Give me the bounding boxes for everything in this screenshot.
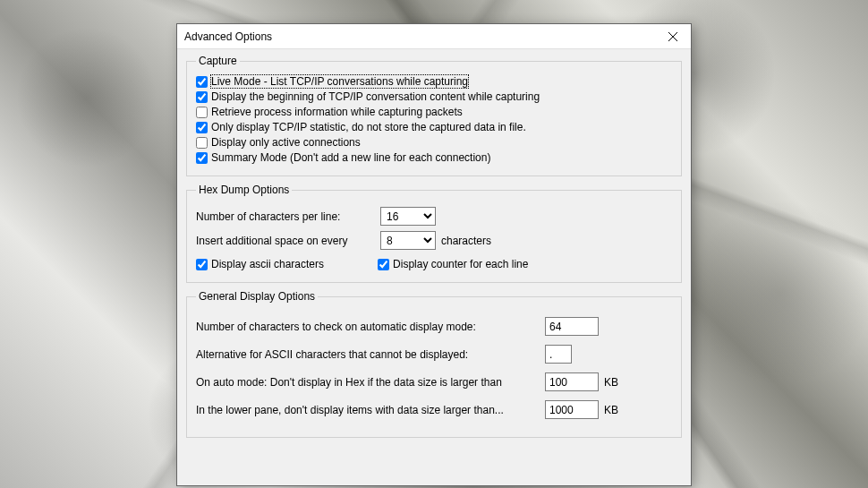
capture-group: Capture Live Mode - List TCP/IP conversa… xyxy=(186,55,682,176)
lower-pane-input[interactable] xyxy=(545,400,599,419)
lower-pane-unit: KB xyxy=(604,404,618,416)
display-counter-label[interactable]: Display counter for each line xyxy=(393,258,528,270)
capture-label-3[interactable]: Only display TCP/IP statistic, do not st… xyxy=(211,121,526,133)
capture-checkbox-4[interactable] xyxy=(196,137,208,149)
capture-label-1[interactable]: Display the beginning of TCP/IP conversa… xyxy=(211,90,540,103)
capture-label-2[interactable]: Retrieve process information while captu… xyxy=(211,106,463,118)
capture-legend: Capture xyxy=(196,55,240,67)
lower-pane-label: In the lower pane, don't display items w… xyxy=(196,404,545,416)
insert-space-label: Insert additional space on every xyxy=(196,235,375,247)
ascii-alt-label: Alternative for ASCII characters that ca… xyxy=(196,348,545,361)
capture-checkbox-3[interactable] xyxy=(196,122,208,133)
capture-checkbox-0[interactable] xyxy=(196,76,208,88)
capture-label-0[interactable]: Live Mode - List TCP/IP conversations wh… xyxy=(211,75,468,88)
num-chars-label: Number of characters to check on automat… xyxy=(196,321,545,333)
capture-checkbox-5[interactable] xyxy=(196,152,208,164)
titlebar: Advanced Options xyxy=(177,24,691,49)
window-content: Capture Live Mode - List TCP/IP conversa… xyxy=(177,49,691,485)
hex-dump-legend: Hex Dump Options xyxy=(196,184,292,196)
close-button[interactable] xyxy=(655,24,691,49)
auto-mode-input[interactable] xyxy=(545,372,599,391)
capture-label-5[interactable]: Summary Mode (Don't add a new line for e… xyxy=(211,151,490,164)
display-ascii-checkbox[interactable] xyxy=(196,259,208,270)
ascii-alt-input[interactable] xyxy=(545,345,572,364)
chars-per-line-select[interactable]: 16 xyxy=(380,207,436,226)
capture-checkbox-2[interactable] xyxy=(196,107,208,118)
close-icon xyxy=(668,32,677,41)
auto-mode-label: On auto mode: Don't display in Hex if th… xyxy=(196,376,545,389)
chars-per-line-label: Number of characters per line: xyxy=(196,210,375,223)
hex-dump-group: Hex Dump Options Number of characters pe… xyxy=(186,184,682,283)
window-title: Advanced Options xyxy=(184,30,655,43)
insert-space-suffix: characters xyxy=(441,235,491,247)
insert-space-select[interactable]: 8 xyxy=(380,231,436,250)
capture-checkbox-1[interactable] xyxy=(196,91,208,103)
auto-mode-unit: KB xyxy=(604,376,618,389)
general-display-group: General Display Options Number of charac… xyxy=(186,290,682,438)
display-counter-checkbox[interactable] xyxy=(378,259,389,270)
num-chars-input[interactable] xyxy=(545,317,599,336)
general-display-legend: General Display Options xyxy=(196,290,318,303)
display-ascii-label[interactable]: Display ascii characters xyxy=(211,258,324,270)
advanced-options-window: Advanced Options Capture Live Mode - Lis… xyxy=(176,23,692,486)
capture-label-4[interactable]: Display only active connections xyxy=(211,136,361,149)
